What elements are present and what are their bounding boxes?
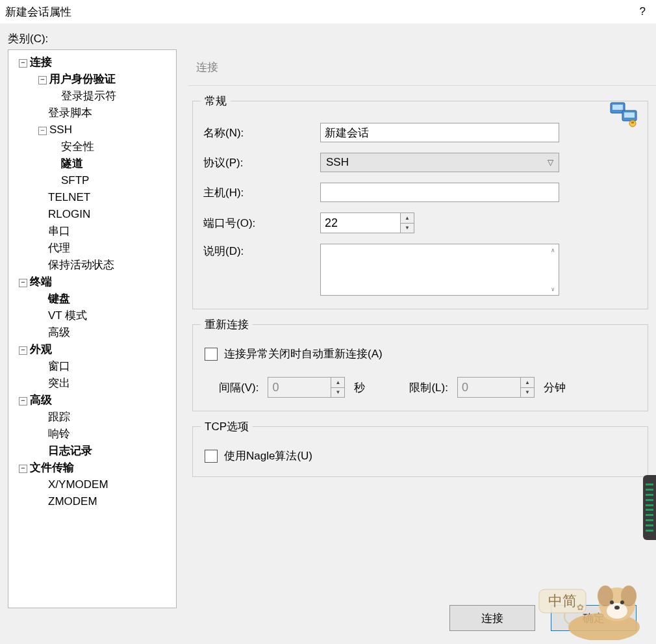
client-area: 类别(C): −连接 −用户身份验证 登录提示符 登录脚本 −SSH 安全性 隧… <box>0 23 656 644</box>
label-protocol: 协议(P): <box>201 155 320 170</box>
interval-unit: 秒 <box>354 380 365 395</box>
group-general: 常规 名称(N): 协议(P): SSH ▽ 主机(H): 端口号(O): <box>192 94 648 309</box>
port-spinner[interactable]: ▲ ▼ <box>320 213 414 233</box>
category-tree[interactable]: −连接 −用户身份验证 登录提示符 登录脚本 −SSH 安全性 隧道 SFTP … <box>8 49 177 608</box>
protocol-combo[interactable]: SSH ▽ <box>320 153 559 172</box>
spin-up-icon[interactable]: ▲ <box>401 213 414 224</box>
label-name: 名称(N): <box>201 125 320 140</box>
side-gauge-icon <box>643 475 656 540</box>
limit-unit: 分钟 <box>544 380 566 395</box>
collapse-icon[interactable]: − <box>38 76 47 84</box>
tree-term-advanced[interactable]: 高级 <box>8 324 176 341</box>
tree-login-script[interactable]: 登录脚本 <box>8 105 176 122</box>
svg-rect-1 <box>612 105 623 110</box>
tree-vtmode[interactable]: VT 模式 <box>8 307 176 324</box>
scrollbar[interactable]: ∧ ∨ <box>547 244 559 295</box>
tree-serial[interactable]: 串口 <box>8 223 176 240</box>
tree-security[interactable]: 安全性 <box>8 138 176 155</box>
protocol-value: SSH <box>326 156 349 169</box>
tree-tunnel[interactable]: 隧道 <box>8 155 176 172</box>
spin-down-icon[interactable]: ▼ <box>401 224 414 233</box>
group-reconnect: 重新连接 连接异常关闭时自动重新连接(A) 间隔(V): ▲ ▼ 秒 限制(L)… <box>192 317 648 411</box>
tree-rlogin[interactable]: RLOGIN <box>8 206 176 223</box>
tree-bell[interactable]: 响铃 <box>8 426 176 443</box>
tree-connection[interactable]: −连接 <box>8 54 176 71</box>
auto-reconnect-checkbox[interactable] <box>205 348 218 361</box>
tree-trace[interactable]: 跟踪 <box>8 409 176 426</box>
tree-user-auth[interactable]: −用户身份验证 <box>8 71 176 88</box>
tree-appearance[interactable]: −外观 <box>8 341 176 358</box>
spin-up-icon[interactable]: ▲ <box>521 378 534 388</box>
legend-general: 常规 <box>201 94 231 109</box>
legend-tcp: TCP选项 <box>201 419 253 434</box>
collapse-icon[interactable]: − <box>19 59 27 68</box>
tree-zmodem[interactable]: ZMODEM <box>8 493 176 510</box>
description-input[interactable]: ∧ ∨ <box>320 244 559 296</box>
tree-terminal[interactable]: −终端 <box>8 274 176 290</box>
titlebar: 新建会话属性 ? <box>0 0 656 23</box>
tree-login-prompt[interactable]: 登录提示符 <box>8 88 176 105</box>
spin-down-icon[interactable]: ▼ <box>331 388 344 398</box>
tree-keepalive[interactable]: 保持活动状态 <box>8 257 176 274</box>
interval-spinner[interactable]: ▲ ▼ <box>268 377 345 398</box>
collapse-icon[interactable]: − <box>19 397 27 406</box>
host-input[interactable] <box>320 183 559 202</box>
scroll-down-icon[interactable]: ∨ <box>547 283 559 295</box>
tree-logging[interactable]: 日志记录 <box>8 443 176 459</box>
spin-up-icon[interactable]: ▲ <box>331 378 344 388</box>
legend-reconnect: 重新连接 <box>201 317 253 332</box>
svg-rect-5 <box>631 122 634 123</box>
ok-button[interactable]: 确定 <box>551 605 637 631</box>
collapse-icon[interactable]: − <box>19 346 27 355</box>
label-port: 端口号(O): <box>201 216 320 231</box>
tree-window[interactable]: 窗口 <box>8 358 176 375</box>
connect-button[interactable]: 连接 <box>449 605 535 631</box>
tree-ssh[interactable]: −SSH <box>8 122 176 138</box>
collapse-icon[interactable]: − <box>38 127 47 135</box>
collapse-icon[interactable]: − <box>19 465 27 473</box>
tree-highlight[interactable]: 突出 <box>8 375 176 392</box>
label-host: 主机(H): <box>201 185 320 200</box>
svg-rect-3 <box>624 112 635 118</box>
nagle-label: 使用Nagle算法(U) <box>224 448 312 463</box>
label-desc: 说明(D): <box>201 244 320 259</box>
tree-keyboard[interactable]: 键盘 <box>8 290 176 307</box>
category-label: 类别(C): <box>8 31 656 46</box>
name-input[interactable] <box>320 123 559 142</box>
tree-proxy[interactable]: 代理 <box>8 240 176 257</box>
window-title: 新建会话属性 <box>5 5 71 19</box>
limit-value[interactable] <box>458 378 520 397</box>
page-title: 连接 <box>188 49 656 86</box>
nagle-checkbox[interactable] <box>205 450 218 463</box>
tree-xymodem[interactable]: X/YMODEM <box>8 476 176 493</box>
tree-sftp[interactable]: SFTP <box>8 172 176 189</box>
label-interval: 间隔(V): <box>219 380 259 395</box>
tree-filetransfer[interactable]: −文件传输 <box>8 459 176 476</box>
tree-telnet[interactable]: TELNET <box>8 189 176 206</box>
tree-advanced[interactable]: −高级 <box>8 392 176 409</box>
settings-pane: 连接 常规 名称(N): 协议(P): SSH ▽ <box>188 49 656 644</box>
label-limit: 限制(L): <box>409 380 448 395</box>
collapse-icon[interactable]: − <box>19 279 27 287</box>
port-value[interactable] <box>321 213 400 233</box>
spin-down-icon[interactable]: ▼ <box>521 388 534 398</box>
group-tcp: TCP选项 使用Nagle算法(U) <box>192 419 648 477</box>
scroll-up-icon[interactable]: ∧ <box>547 244 559 256</box>
interval-value[interactable] <box>268 378 331 397</box>
chevron-down-icon: ▽ <box>548 158 553 167</box>
help-button[interactable]: ? <box>640 5 651 18</box>
connection-icon <box>609 100 640 127</box>
auto-reconnect-label: 连接异常关闭时自动重新连接(A) <box>224 346 383 361</box>
limit-spinner[interactable]: ▲ ▼ <box>457 377 535 398</box>
dialog-buttons: 连接 确定 <box>449 605 637 631</box>
